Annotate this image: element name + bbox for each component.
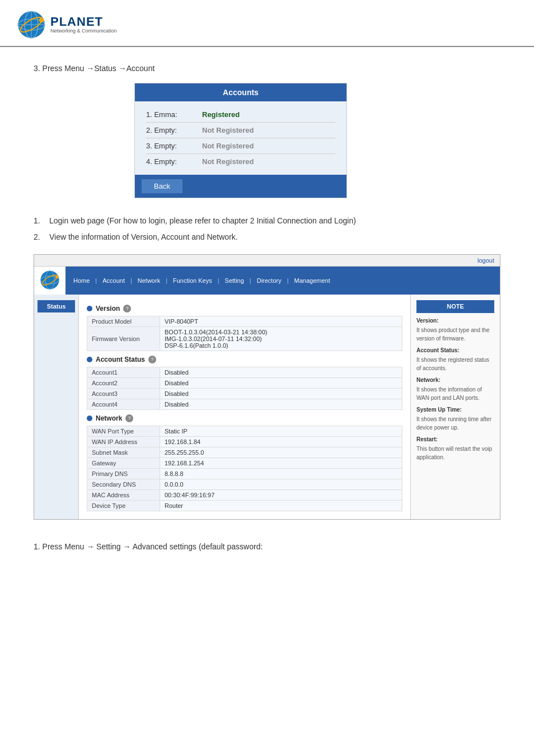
phone-screen-title: Accounts [135,83,346,101]
network-row-value: 192.168.1.84 [160,437,402,447]
account-label: Account4 [87,399,160,410]
network-row-value: 00:30:4F:99:16:97 [160,490,402,501]
version-section-header: Version ? [87,305,402,312]
table-row: Device TypeRouter [87,501,402,511]
version-help-icon[interactable]: ? [123,305,131,312]
note-item: Account Status:It shows the registered s… [416,346,494,372]
svg-point-7 [40,270,59,289]
nav-item-setting[interactable]: Setting [221,273,249,288]
network-row-value: 192.168.1.254 [160,458,402,469]
web-main-panel: Version ? Product Model VIP-8040PT Firmw… [79,295,410,519]
network-row-label: MAC Address [87,490,160,501]
table-row: Account2Disabled [87,378,402,389]
note-item: System Up Time:It shows the running time… [416,405,494,432]
table-row: Subnet Mask255.255.255.0 [87,447,402,458]
account-value: Disabled [160,389,402,399]
sidebar-status-button[interactable]: Status [38,300,75,312]
firmware-value: BOOT-1.0.3.04(2014-03-21 14:38:00)IMG-1.… [160,327,402,351]
note-heading: Account Status: [416,346,494,354]
network-row-label: Device Type [87,501,160,511]
phone-row-value: Not Registered [202,142,254,150]
version-title: Version [96,305,120,312]
table-row: WAN Port TypeStatic IP [87,426,402,437]
product-model-label: Product Model [87,316,160,327]
list-item: 1.Login web page (For how to login, plea… [34,215,500,227]
phone-row-label: 3. Empty: [146,142,202,150]
nav-item-network[interactable]: Network [133,273,165,288]
note-text: It shows the registered status of accoun… [416,356,494,372]
note-heading: Version: [416,316,494,325]
list-item: 2.View the information of Version, Accou… [34,231,500,243]
account-label: Account1 [87,367,160,378]
network-row-label: WAN Port Type [87,426,160,437]
account-status-title: Account Status [96,356,145,363]
svg-point-11 [55,276,59,279]
bottom-step-text: 1. Press Menu → Setting → Advanced setti… [34,536,500,551]
nav-items: Home|Account|Network|Function Keys|Setti… [65,273,500,288]
product-model-value: VIP-8040PT [160,316,402,327]
nav-separator: | [129,277,133,284]
nav-separator: | [249,277,252,284]
nav-item-management[interactable]: Management [290,273,335,288]
phone-row-label: 2. Empty: [146,126,202,134]
phone-row: 3. Empty:Not Registered [146,138,335,154]
table-row: Account3Disabled [87,389,402,399]
note-item: Version:It shows product type and the ve… [416,316,494,343]
table-row: Account4Disabled [87,399,402,410]
account-value: Disabled [160,399,402,410]
phone-mockup: Accounts 1. Emma:Registered2. Empty:Not … [134,83,347,198]
nav-item-function-keys[interactable]: Function Keys [168,273,217,288]
web-logo [34,267,65,295]
bullet-list: 1.Login web page (For how to login, plea… [34,215,500,243]
account-help-icon[interactable]: ? [148,356,156,363]
web-navbar: Home|Account|Network|Function Keys|Setti… [34,267,500,295]
network-dot [87,416,92,421]
brand-tagline: Networking & Communication [50,29,117,34]
list-item-num: 2. [34,231,45,243]
network-row-label: WAN IP Address [87,437,160,447]
phone-back-button[interactable]: Back [142,179,182,193]
web-sidebar: Status [34,295,79,519]
version-table: Product Model VIP-8040PT Firmware Versio… [87,316,402,351]
network-help-icon[interactable]: ? [125,414,133,422]
phone-footer: Back [135,175,346,198]
brand-name: PLANET [50,15,117,29]
table-row: Gateway192.168.1.254 [87,458,402,469]
network-row-label: Gateway [87,458,160,469]
note-box-title: NOTE [416,300,494,313]
network-row-value: 255.255.255.0 [160,447,402,458]
web-body: Status Version ? Product Model VIP-8040P… [34,295,500,519]
note-item: Restart:This button will restart the voi… [416,435,494,461]
phone-row: 4. Empty:Not Registered [146,154,335,169]
list-item-text: View the information of Version, Account… [49,231,238,243]
list-item-num: 1. [34,215,45,227]
phone-row: 2. Empty:Not Registered [146,123,335,138]
table-row: Firmware Version BOOT-1.0.3.04(2014-03-2… [87,327,402,351]
logo-area: PLANET Networking & Communication [17,10,117,39]
web-ui-panel: logout Home|Account|Network|Function Key… [34,254,500,520]
phone-row: 1. Emma:Registered [146,107,335,123]
logout-link[interactable]: logout [477,257,494,264]
nav-item-account[interactable]: Account [98,273,129,288]
phone-row-label: 1. Emma: [146,110,202,119]
nav-item-directory[interactable]: Directory [252,273,286,288]
logo-text-block: PLANET Networking & Communication [50,15,117,34]
table-row: MAC Address00:30:4F:99:16:97 [87,490,402,501]
account-value: Disabled [160,367,402,378]
note-text: It shows the running time after device p… [416,415,494,432]
nav-separator: | [217,277,221,284]
table-row: Primary DNS8.8.8.8 [87,469,402,479]
main-content: 3. Press Menu →Status →Account Accounts … [0,47,534,568]
nav-item-home[interactable]: Home [69,273,94,288]
nav-separator: | [286,277,290,284]
list-item-text: Login web page (For how to login, please… [49,215,356,227]
table-row: WAN IP Address192.168.1.84 [87,437,402,447]
network-row-value: 8.8.8.8 [160,469,402,479]
network-row-value: 0.0.0.0 [160,479,402,490]
note-heading: Network: [416,376,494,384]
firmware-label: Firmware Version [87,327,160,351]
account-value: Disabled [160,378,402,389]
note-text: It shows product type and the version of… [416,326,494,343]
table-row: Secondary DNS0.0.0.0 [87,479,402,490]
svg-point-6 [39,18,44,22]
